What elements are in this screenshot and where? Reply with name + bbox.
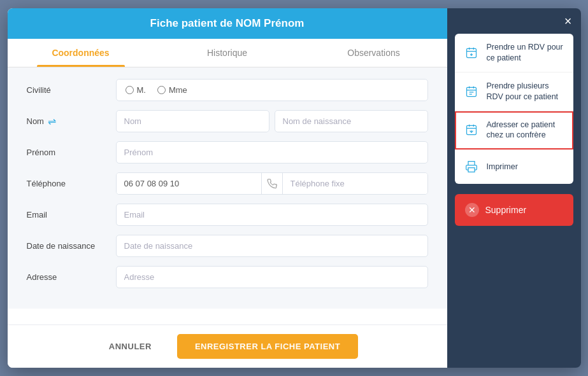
radio-m-input[interactable] [125, 86, 134, 94]
date-naissance-label: Date de naissance [27, 241, 116, 251]
adresse-row: Adresse [27, 266, 428, 288]
telephone-fixe-input[interactable] [283, 173, 427, 194]
email-row: Email [27, 204, 428, 226]
radio-mme[interactable]: Mme [157, 85, 187, 95]
transfer-icon: ⇌ [48, 115, 56, 127]
sidebar-action-rdv-single-label: Prendre un RDV pour ce patient [487, 42, 566, 64]
sidebar-action-rdv-multiple[interactable]: Prendre plusieurs RDV pour ce patient [455, 73, 573, 111]
modal-tabs: Coordonnées Historique Observations [8, 39, 447, 67]
form-body: Civilité M. Mme N [8, 67, 447, 309]
delete-button[interactable]: ✕ Supprimer [455, 194, 573, 226]
civilite-row: Civilité M. Mme [27, 79, 428, 101]
tab-coordonnees[interactable]: Coordonnées [8, 39, 154, 67]
nom-dual-input [116, 110, 428, 132]
cancel-button[interactable]: ANNULER [96, 335, 164, 358]
sidebar-action-adresser-label: Adresser ce patient chez un confrère [487, 120, 566, 141]
sidebar-action-imprimer[interactable]: Imprimer [455, 150, 573, 184]
modal-sidebar: × Prendre un RDV pour ce patient [447, 8, 581, 368]
sidebar-actions: Prendre un RDV pour ce patient Prendre p… [455, 34, 573, 184]
modal-title: Fiche patient de NOM Prénom [150, 17, 305, 29]
prenom-input[interactable] [116, 141, 428, 164]
prenom-label: Prénom [27, 148, 116, 157]
civilite-group: M. Mme [116, 79, 428, 101]
save-button[interactable]: ENREGISTRER LA FICHE PATIENT [177, 334, 358, 359]
tab-observations[interactable]: Observations [301, 39, 447, 67]
svg-rect-12 [466, 126, 476, 135]
radio-m[interactable]: M. [125, 85, 146, 95]
nom-row: Nom ⇌ [27, 110, 428, 132]
modal-main: Fiche patient de NOM Prénom Coordonnées … [8, 8, 447, 368]
adresse-input[interactable] [116, 266, 428, 288]
print-icon [463, 158, 480, 176]
nom-input[interactable] [116, 110, 269, 132]
telephone-label: Téléphone [27, 179, 116, 188]
sidebar-action-imprimer-label: Imprimer [487, 162, 518, 172]
adresse-label: Adresse [27, 272, 116, 282]
calendar-multi-icon [463, 83, 480, 101]
delete-icon: ✕ [465, 203, 479, 217]
svg-rect-17 [468, 168, 475, 172]
radio-mme-input[interactable] [157, 86, 166, 94]
sidebar-action-rdv-multiple-label: Prendre plusieurs RDV pour ce patient [487, 81, 566, 102]
telephone-mobile-input[interactable] [117, 173, 261, 194]
phone-icon [261, 173, 283, 194]
nom-naissance-input[interactable] [275, 110, 428, 132]
prenom-row: Prénom [27, 141, 428, 164]
calendar-share-icon [463, 121, 480, 139]
tel-group [116, 172, 428, 195]
sidebar-action-adresser[interactable]: Adresser ce patient chez un confrère [455, 111, 573, 150]
close-button[interactable]: × [564, 15, 572, 27]
sidebar-action-rdv-single[interactable]: Prendre un RDV pour ce patient [455, 34, 573, 73]
email-input[interactable] [116, 204, 428, 226]
email-label: Email [27, 210, 116, 219]
civilite-label: Civilité [27, 85, 116, 95]
svg-rect-0 [466, 48, 476, 57]
date-naissance-row: Date de naissance [27, 235, 428, 257]
modal-header: Fiche patient de NOM Prénom [8, 8, 447, 39]
modal-footer: ANNULER ENREGISTRER LA FICHE PATIENT [8, 324, 447, 368]
nom-label: Nom ⇌ [27, 115, 116, 127]
delete-label: Supprimer [485, 205, 527, 215]
date-naissance-input[interactable] [116, 235, 428, 257]
form-body-wrapper: Civilité M. Mme N [8, 67, 447, 324]
tab-historique[interactable]: Historique [154, 39, 301, 67]
telephone-row: Téléphone [27, 172, 428, 195]
calendar-plus-icon [463, 44, 480, 62]
